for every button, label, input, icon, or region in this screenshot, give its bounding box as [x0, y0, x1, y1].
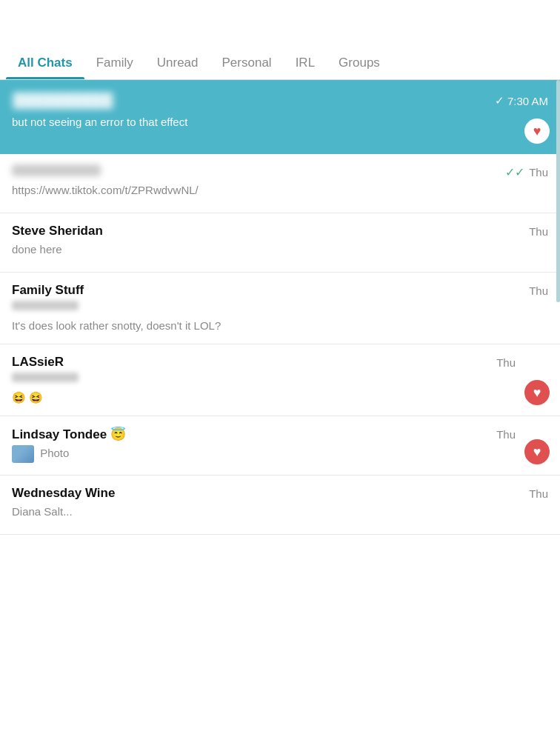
chat-header-row: Family Stuff Thu: [12, 283, 548, 298]
list-item[interactable]: LASsieR Thu 😆 😆 ♥: [0, 344, 560, 416]
highlighted-chat-time-value: 7:30 AM: [507, 95, 548, 107]
heart-icon: ♥: [533, 444, 541, 460]
double-check-icon: ✓✓: [505, 166, 524, 179]
chat-name: LASsieR: [12, 355, 64, 370]
tab-bar: All Chats Family Unread Personal IRL Gro…: [0, 0, 560, 80]
heart-badge-white: ♥: [524, 119, 550, 144]
chat-name: Lindsay Tondee 😇: [12, 427, 126, 442]
chat-header-row: Steve Sheridan Thu: [12, 224, 548, 238]
highlighted-chat-header: ██████████ ✓ 7:30 AM: [12, 92, 548, 110]
chat-name-blurred: [12, 164, 101, 176]
chat-header-row: Lindsay Tondee 😇 Thu: [12, 427, 516, 442]
chat-preview: done here: [12, 241, 548, 257]
chat-time: ✓✓ Thu: [505, 165, 548, 179]
tab-unread[interactable]: Unread: [145, 47, 210, 79]
single-check-icon: ✓: [495, 94, 504, 107]
chat-name: Wednesday Wine: [12, 486, 115, 501]
heart-icon: ♥: [533, 124, 541, 139]
chat-preview: 😆 😆: [12, 390, 516, 405]
chat-time: Thu: [529, 487, 548, 500]
chat-name: Family Stuff: [12, 283, 84, 298]
list-item[interactable]: Wednesday Wine Thu Diana Salt...: [0, 476, 560, 535]
chat-name: Steve Sheridan: [12, 224, 103, 238]
chat-header-row: ✓✓ Thu: [12, 164, 548, 179]
tab-family[interactable]: Family: [84, 47, 145, 79]
heart-badge-red: ♥: [524, 439, 550, 464]
heart-badge-red: ♥: [524, 380, 550, 405]
scrollbar[interactable]: [556, 80, 560, 302]
chat-preview: https://www.tiktok.com/t/ZPRwdvwNL/: [12, 182, 548, 198]
list-item[interactable]: ✓✓ Thu https://www.tiktok.com/t/ZPRwdvwN…: [0, 154, 560, 213]
highlighted-chat-item[interactable]: ██████████ ✓ 7:30 AM but not seeing an e…: [0, 80, 560, 154]
highlighted-chat-name: ██████████: [12, 92, 114, 110]
tab-all-chats[interactable]: All Chats: [6, 47, 84, 79]
list-item[interactable]: Family Stuff Thu It's does look rather s…: [0, 273, 560, 344]
list-item[interactable]: Lindsay Tondee 😇 Thu Photo ♥: [0, 416, 560, 476]
chat-sub-blurred: [12, 373, 79, 382]
highlighted-chat-time: ✓ 7:30 AM: [495, 94, 548, 107]
chat-header-row: Wednesday Wine Thu: [12, 486, 548, 501]
photo-thumbnail: [12, 445, 34, 463]
chat-list: ✓✓ Thu https://www.tiktok.com/t/ZPRwdvwN…: [0, 154, 560, 535]
tab-groups[interactable]: Groups: [327, 47, 392, 79]
tab-personal[interactable]: Personal: [210, 47, 284, 79]
chat-time: Thu: [496, 428, 516, 441]
chat-preview: It's does look rather snotty, doesn't it…: [12, 318, 548, 333]
chat-header-row: LASsieR Thu: [12, 355, 516, 370]
chat-time: Thu: [529, 284, 548, 297]
highlighted-chat-preview: but not seeing an error to that effect: [12, 114, 548, 130]
chat-preview: Diana Salt...: [12, 504, 548, 519]
tab-irl[interactable]: IRL: [284, 47, 327, 79]
chat-time: Thu: [529, 225, 548, 238]
list-item[interactable]: Steve Sheridan Thu done here: [0, 213, 560, 273]
chat-preview: Photo: [12, 445, 516, 463]
chat-sub-blurred: [12, 301, 79, 310]
chat-time: Thu: [496, 356, 516, 369]
heart-icon: ♥: [533, 385, 541, 401]
